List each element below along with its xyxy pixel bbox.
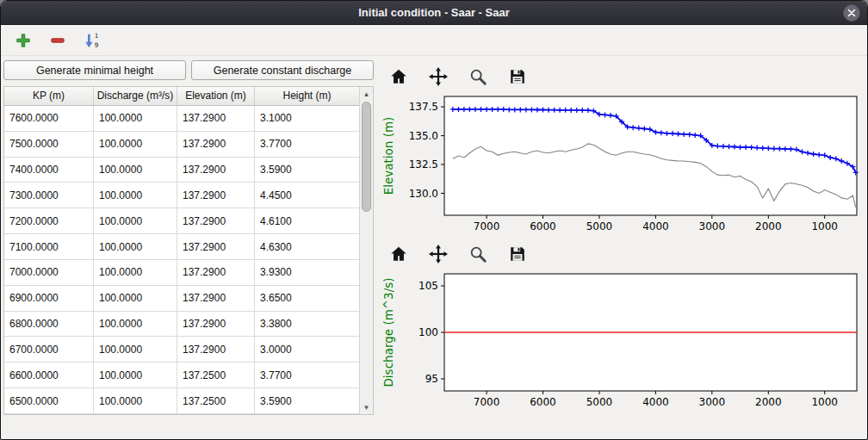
table-row[interactable]: 7400.0000100.0000137.29003.5900	[4, 158, 359, 183]
table-cell[interactable]: 6600.0000	[4, 363, 94, 387]
add-row-button[interactable]	[13, 30, 34, 51]
svg-text:3000: 3000	[699, 220, 726, 232]
table-cell[interactable]: 100.0000	[94, 388, 177, 413]
table-cell[interactable]: 4.6100	[255, 208, 359, 233]
table-cell[interactable]: 100.0000	[94, 106, 177, 131]
table-cell[interactable]: 137.2900	[177, 106, 255, 131]
titlebar[interactable]: Initial condition - Saar - Saar	[1, 1, 867, 25]
pan-button[interactable]	[427, 65, 450, 88]
table-cell[interactable]: 4.6300	[255, 234, 359, 259]
generate-constant-discharge-button[interactable]: Generate constant discharge	[191, 60, 374, 80]
table-cell[interactable]: 6700.0000	[4, 337, 94, 362]
table-cell[interactable]: 100.0000	[94, 312, 177, 337]
zoom-button[interactable]	[467, 243, 489, 265]
scroll-down-icon[interactable]: ▼	[360, 401, 373, 413]
table-cell[interactable]: 137.2900	[177, 132, 255, 157]
table-cell[interactable]: 7200.0000	[4, 208, 94, 233]
table-cell[interactable]: 100.0000	[94, 260, 177, 285]
table-cell[interactable]: 137.2900	[177, 337, 255, 362]
table-header-row: KP (m)Discharge (m³/s)Elevation (m)Heigh…	[4, 87, 359, 106]
discharge-plot[interactable]: 700060005000400030002000100010510095Disc…	[377, 267, 864, 413]
table-header-cell[interactable]: Discharge (m³/s)	[94, 87, 177, 105]
zoom-button[interactable]	[467, 65, 489, 88]
table-row[interactable]: 6500.0000100.0000137.25003.5900	[4, 388, 359, 414]
home-icon	[389, 67, 408, 86]
table-cell[interactable]: 100.0000	[94, 363, 177, 387]
table-cell[interactable]: 3.9300	[255, 260, 359, 285]
pan-button[interactable]	[427, 243, 450, 265]
svg-text:1: 1	[95, 32, 99, 40]
table-cell[interactable]: 3.3800	[255, 312, 359, 337]
table-cell[interactable]: 4.4500	[255, 183, 359, 208]
table-cell[interactable]: 7500.0000	[4, 132, 94, 157]
table-cell[interactable]: 100.0000	[94, 337, 177, 362]
table-row[interactable]: 7100.0000100.0000137.29004.6300	[4, 234, 359, 260]
elevation-plot-toolbar	[377, 64, 865, 90]
table-cell[interactable]: 137.2900	[177, 183, 255, 208]
table-header-cell[interactable]: KP (m)	[4, 87, 94, 105]
table-cell[interactable]: 7300.0000	[4, 183, 94, 208]
table-cell[interactable]: 6500.0000	[4, 388, 94, 413]
table-cell[interactable]: 3.7700	[255, 363, 359, 387]
table-cell[interactable]: 137.2500	[177, 363, 255, 387]
svg-text:6000: 6000	[530, 396, 556, 408]
table-cell[interactable]: 100.0000	[94, 132, 177, 157]
svg-text:4000: 4000	[642, 220, 669, 232]
table-cell[interactable]: 7600.0000	[4, 106, 94, 131]
svg-text:5000: 5000	[586, 220, 613, 232]
table-row[interactable]: 6700.0000100.0000137.29003.0000	[4, 337, 359, 363]
elevation-plot[interactable]: 7000600050004000300020001000137.5135.013…	[377, 90, 864, 238]
table-cell[interactable]: 137.2900	[177, 260, 255, 285]
table-cell[interactable]: 137.2900	[177, 234, 255, 259]
table-cell[interactable]: 6800.0000	[4, 312, 94, 337]
table-cell[interactable]: 100.0000	[94, 208, 177, 233]
table-cell[interactable]: 3.5900	[255, 158, 359, 183]
table-row[interactable]: 6600.0000100.0000137.25003.7700	[4, 363, 359, 388]
close-button[interactable]	[843, 4, 860, 22]
svg-text:132.5: 132.5	[409, 158, 438, 170]
svg-text:3000: 3000	[699, 396, 726, 408]
table-cell[interactable]: 7400.0000	[4, 158, 94, 183]
right-panel: 7000600050004000300020001000137.5135.013…	[377, 57, 865, 439]
initial-condition-window: Initial condition - Saar - Saar 1 9	[0, 0, 868, 440]
table-cell[interactable]: 7000.0000	[4, 260, 94, 285]
table-cell[interactable]: 100.0000	[94, 234, 177, 259]
table-cell[interactable]: 100.0000	[94, 286, 177, 311]
scrollbar-thumb[interactable]	[362, 102, 371, 212]
table-vertical-scrollbar[interactable]: ▲ ▼	[359, 87, 373, 414]
table-cell[interactable]: 3.0000	[255, 337, 359, 362]
table-cell[interactable]: 137.2500	[177, 388, 255, 413]
table-cell[interactable]: 3.1000	[255, 106, 359, 131]
table-cell[interactable]: 137.2900	[177, 312, 255, 337]
table-row[interactable]: 7000.0000100.0000137.29003.9300	[4, 260, 359, 286]
svg-text:7000: 7000	[474, 220, 500, 232]
main-area: Generate minimal height Generate constan…	[1, 57, 867, 439]
table-cell[interactable]: 3.5900	[255, 388, 359, 413]
table-cell[interactable]: 100.0000	[94, 158, 177, 183]
table-row[interactable]: 7500.0000100.0000137.29003.7700	[4, 132, 359, 158]
table-row[interactable]: 7300.0000100.0000137.29004.4500	[4, 183, 359, 208]
table-cell[interactable]: 7100.0000	[4, 234, 94, 259]
sort-rows-icon: 1 9	[84, 32, 101, 49]
table-cell[interactable]: 3.6500	[255, 286, 359, 311]
table-row[interactable]: 7200.0000100.0000137.29004.6100	[4, 208, 359, 234]
table-row[interactable]: 7600.0000100.0000137.29003.1000	[4, 106, 359, 132]
home-button[interactable]	[388, 65, 410, 88]
table-cell[interactable]: 137.2900	[177, 158, 255, 183]
scroll-up-icon[interactable]: ▲	[360, 88, 373, 100]
table-cell[interactable]: 100.0000	[94, 183, 177, 208]
table-cell[interactable]: 6900.0000	[4, 286, 94, 311]
save-button[interactable]	[506, 65, 529, 88]
table-cell[interactable]: 3.7700	[255, 132, 359, 157]
table-row[interactable]: 6800.0000100.0000137.29003.3800	[4, 312, 359, 338]
table-cell[interactable]: 137.2900	[177, 208, 255, 233]
table-cell[interactable]: 137.2900	[177, 286, 255, 311]
table-row[interactable]: 6900.0000100.0000137.29003.6500	[4, 286, 359, 312]
sort-rows-button[interactable]: 1 9	[82, 30, 102, 51]
table-header-cell[interactable]: Elevation (m)	[177, 87, 255, 105]
remove-row-button[interactable]	[47, 30, 68, 51]
generate-minimal-height-button[interactable]: Generate minimal height	[3, 60, 186, 80]
save-button[interactable]	[506, 243, 529, 265]
table-header-cell[interactable]: Height (m)	[255, 87, 359, 105]
home-button[interactable]	[388, 243, 410, 265]
